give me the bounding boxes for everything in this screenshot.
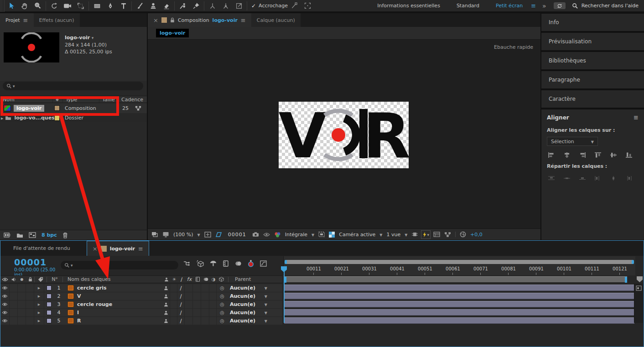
layer-audio-toggle[interactable]	[10, 309, 18, 316]
solo-column-icon[interactable]	[18, 276, 26, 283]
pen-tool-button[interactable]	[104, 0, 117, 11]
region-of-interest-icon[interactable]	[318, 232, 325, 237]
audio-column-icon[interactable]	[10, 276, 18, 283]
tab-layer[interactable]: Calque (aucun)	[251, 13, 301, 27]
layer-motion-blur-switch[interactable]	[201, 317, 209, 325]
layer-solo-toggle[interactable]	[18, 284, 26, 292]
project-item-row[interactable]: logo-vo...ques Dossier	[0, 114, 147, 122]
layer-audio-toggle[interactable]	[10, 300, 18, 308]
unified-camera-tool-button[interactable]	[61, 0, 74, 11]
pan-behind-tool-button[interactable]	[74, 0, 87, 11]
layer-lock-toggle[interactable]	[26, 284, 34, 292]
panel-stub-info[interactable]: Info	[541, 14, 644, 31]
layer-solo-toggle[interactable]	[18, 300, 26, 308]
safe-margins-icon[interactable]	[204, 232, 211, 238]
layer-quality-switch[interactable]	[177, 292, 185, 300]
adjustment-layer-switch-icon[interactable]	[210, 276, 217, 283]
zoom-tool-button[interactable]	[31, 0, 44, 11]
work-area-bar[interactable]	[284, 276, 627, 282]
panel-menu-icon[interactable]	[634, 114, 639, 121]
layer-fx-switch[interactable]	[185, 284, 193, 292]
toolbar-grip[interactable]	[0, 0, 5, 12]
tab-render-queue[interactable]: File d'attente de rendu	[0, 241, 83, 256]
show-snapshot-icon[interactable]	[263, 232, 270, 237]
exposure-value[interactable]: +0,0	[470, 232, 483, 238]
layer-adjustment-switch[interactable]	[209, 309, 217, 316]
world-axis-mode-icon[interactable]	[219, 0, 232, 11]
magnification-value[interactable]: (100 %)	[173, 232, 193, 238]
layer-solo-toggle[interactable]	[18, 292, 26, 300]
parent-pickwhip-icon[interactable]	[217, 284, 228, 292]
comp-marker-bin-icon[interactable]	[637, 276, 643, 282]
layer-lock-toggle[interactable]	[26, 309, 34, 316]
panel-menu-icon[interactable]	[241, 17, 246, 24]
timeline-horizontal-scrollbar[interactable]	[285, 260, 634, 264]
parent-pickwhip-icon[interactable]	[217, 317, 228, 325]
magnification-dropdown-icon[interactable]	[197, 232, 200, 238]
layer-quality-switch[interactable]	[177, 309, 185, 316]
layer-motion-blur-switch[interactable]	[201, 300, 209, 308]
puppet-pin-tool-button[interactable]	[189, 0, 203, 11]
layer-fx-switch[interactable]	[185, 317, 193, 325]
panel-menu-icon[interactable]	[138, 245, 143, 252]
layer-expander-icon[interactable]	[34, 309, 44, 316]
layer-solo-toggle[interactable]	[18, 317, 26, 325]
item-flag-dropdown-icon[interactable]	[92, 35, 94, 41]
folder-expander-icon[interactable]	[1, 115, 3, 121]
layer-row-1[interactable]: 1 cercle gris Aucun(e)	[0, 284, 282, 292]
fx-switch-icon[interactable]: fx	[185, 276, 193, 283]
timeline-ruler[interactable]: 00011 00021 00031 00041 00051 00061 0007…	[283, 256, 635, 275]
3d-layer-switch-icon[interactable]	[217, 276, 225, 283]
playhead-line[interactable]	[284, 266, 285, 323]
hand-tool-button[interactable]	[18, 0, 31, 11]
layer-collapse-switch[interactable]	[170, 309, 177, 316]
label-color-swatch[interactable]	[54, 115, 60, 121]
parent-dropdown[interactable]: Aucun(e)	[228, 310, 270, 316]
comp-mini-flowchart-icon[interactable]	[183, 260, 190, 267]
layer-quality-switch[interactable]	[177, 284, 185, 292]
workspace-tab-essentials[interactable]: Informations essentielles	[377, 3, 440, 9]
layer-frame-blend-switch[interactable]	[193, 292, 201, 300]
layer-name[interactable]: V	[77, 293, 162, 299]
quality-switch-icon[interactable]	[178, 276, 185, 283]
rectangle-tool-button[interactable]	[90, 0, 104, 11]
layer-frame-blend-switch[interactable]	[193, 300, 201, 308]
label-color-swatch[interactable]	[54, 105, 60, 111]
parent-pickwhip-icon[interactable]	[217, 292, 228, 300]
close-tab-icon[interactable]	[153, 17, 158, 24]
new-folder-icon[interactable]	[16, 233, 23, 238]
layer-visibility-eye-icon[interactable]	[0, 309, 10, 316]
layer-duration-bar[interactable]	[284, 293, 634, 299]
eraser-tool-button[interactable]	[160, 0, 173, 11]
layer-lock-toggle[interactable]	[26, 317, 34, 325]
pixel-aspect-correction-icon[interactable]	[411, 232, 418, 237]
video-column-icon[interactable]	[0, 276, 10, 283]
search-options-icon[interactable]	[13, 83, 15, 89]
distribute-center-horizontal-button[interactable]	[609, 175, 618, 182]
layer-frame-blend-switch[interactable]	[193, 309, 201, 316]
panel-stub-libraries[interactable]: Bibliothèques	[541, 52, 644, 69]
layer-label-swatch[interactable]	[44, 300, 53, 308]
label-column-icon[interactable]	[35, 276, 47, 283]
lock-icon[interactable]	[170, 17, 175, 23]
more-workspaces-icon[interactable]	[542, 2, 546, 10]
panel-stub-character[interactable]: Caractère	[541, 90, 644, 108]
channel-rgb-icon[interactable]	[274, 232, 281, 238]
layer-row-3[interactable]: 3 cercle rouge Aucun(e)	[0, 300, 282, 308]
layer-visibility-eye-icon[interactable]	[0, 284, 10, 292]
tab-project[interactable]: Projet	[0, 13, 34, 27]
primary-viewer-icon[interactable]	[162, 232, 169, 238]
current-time-display[interactable]: 00001 0:00:00:00 (25.00 ips)	[0, 256, 57, 275]
collapse-transformations-icon[interactable]	[171, 276, 178, 283]
layer-duration-bar[interactable]	[284, 309, 634, 316]
graph-editor-icon[interactable]	[260, 260, 267, 267]
panel-stub-preview[interactable]: Prévisualisation	[541, 33, 644, 50]
snapshot-camera-icon[interactable]	[252, 232, 259, 237]
layer-duration-bar[interactable]	[284, 285, 634, 291]
layer-name-column-header[interactable]: Nom des calques	[63, 276, 162, 282]
view-layout-value[interactable]: 1 vue	[386, 232, 400, 238]
work-area-track[interactable]	[283, 275, 635, 283]
layer-visibility-eye-icon[interactable]	[0, 292, 10, 300]
align-panel-title[interactable]: Aligner	[547, 114, 569, 121]
parent-dropdown[interactable]: Aucun(e)	[228, 293, 270, 300]
